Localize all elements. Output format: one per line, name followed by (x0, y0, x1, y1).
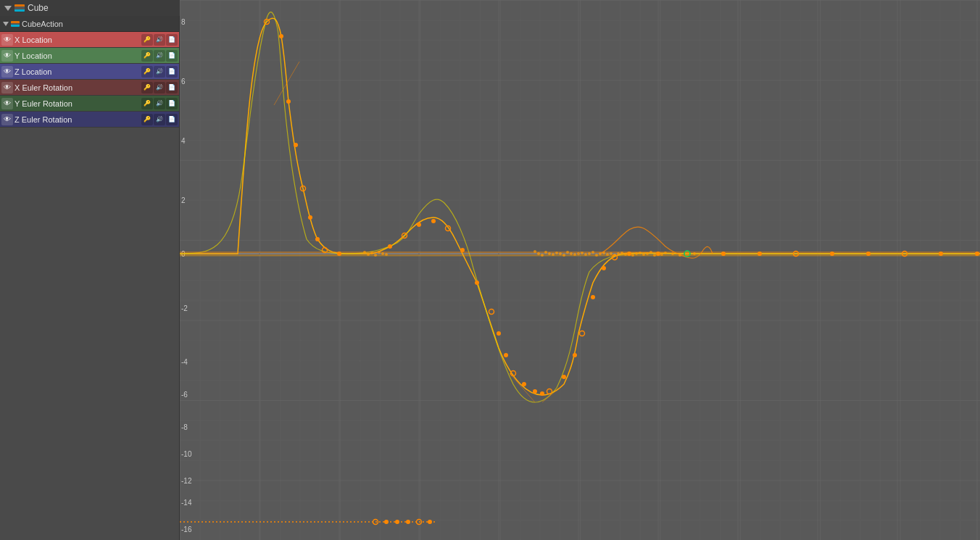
svg-point-81 (573, 253, 576, 256)
key-icon-z-loc[interactable]: 🔑 (141, 66, 153, 78)
svg-point-110 (693, 252, 696, 255)
mute-icon-z-euler[interactable]: 🔊 (154, 114, 165, 125)
key-icon-y-loc[interactable]: 🔑 (141, 50, 153, 62)
svg-point-85 (588, 252, 591, 255)
svg-point-74 (548, 252, 551, 255)
action-row[interactable]: CubeAction (0, 16, 179, 32)
svg-point-38 (573, 353, 577, 357)
svg-point-37 (562, 375, 566, 379)
eye-icon-y-loc[interactable]: 👁 (1, 50, 13, 62)
svg-point-19 (315, 237, 320, 241)
svg-point-101 (646, 252, 649, 255)
svg-point-66 (374, 254, 377, 257)
action-icon (11, 21, 20, 27)
mute-icon-y-euler[interactable]: 🔊 (154, 98, 165, 109)
svg-point-106 (664, 252, 667, 254)
object-icon (14, 4, 25, 12)
svg-point-100 (642, 253, 645, 256)
file-icon-y-loc[interactable]: 📄 (166, 50, 178, 62)
svg-point-46 (721, 252, 726, 256)
svg-point-86 (591, 251, 594, 254)
eye-icon-x-loc[interactable]: 👁 (1, 34, 13, 46)
file-icon-z-euler[interactable]: 📄 (166, 114, 178, 125)
sidebar: CubeAction 👁X Location🔑🔊📄👁Y Location🔑🔊📄👁… (0, 16, 180, 540)
svg-point-99 (639, 252, 641, 254)
svg-point-97 (631, 254, 634, 257)
title-text: Cube (28, 3, 49, 13)
svg-point-52 (939, 252, 943, 256)
svg-point-87 (595, 254, 598, 257)
svg-point-83 (581, 252, 584, 254)
file-icon-z-loc[interactable]: 📄 (166, 66, 178, 78)
mute-icon-z-loc[interactable]: 🔊 (154, 66, 165, 78)
svg-point-21 (337, 252, 341, 256)
channel-row-y-loc[interactable]: 👁Y Location🔑🔊📄 (0, 48, 179, 64)
svg-point-22 (388, 244, 392, 249)
mute-icon-x-loc[interactable]: 🔊 (154, 34, 165, 46)
svg-point-75 (552, 253, 555, 256)
channel-list: 👁X Location🔑🔊📄👁Y Location🔑🔊📄👁Z Location🔑… (0, 32, 179, 128)
svg-point-65 (370, 252, 373, 254)
channel-label-y-euler: Y Euler Rotation (14, 99, 140, 108)
eye-icon-y-euler[interactable]: 👁 (1, 98, 13, 109)
title-bar: Cube (0, 0, 180, 16)
svg-line-60 (274, 62, 299, 105)
svg-point-30 (497, 331, 501, 336)
svg-point-57 (406, 520, 410, 524)
key-icon-x-euler[interactable]: 🔑 (141, 82, 153, 94)
svg-point-98 (635, 252, 638, 255)
channel-row-z-euler[interactable]: 👁Z Euler Rotation🔑🔊📄 (0, 112, 179, 128)
key-icon-x-loc[interactable]: 🔑 (141, 34, 153, 46)
svg-point-70 (533, 250, 536, 253)
svg-point-40 (591, 295, 595, 299)
svg-point-105 (660, 253, 663, 256)
eye-icon-x-euler[interactable]: 👁 (1, 82, 13, 94)
mute-icon-y-loc[interactable]: 🔊 (154, 50, 165, 62)
channel-row-x-loc[interactable]: 👁X Location🔑🔊📄 (0, 32, 179, 48)
svg-point-28 (475, 281, 479, 285)
file-icon-y-euler[interactable]: 📄 (166, 98, 178, 109)
curve-svg (180, 0, 980, 540)
svg-point-82 (577, 252, 580, 255)
svg-point-33 (522, 382, 526, 386)
svg-point-39 (580, 331, 585, 336)
action-label: CubeAction (22, 20, 63, 28)
channel-label-y-loc: Y Location (14, 51, 140, 60)
svg-point-69 (385, 253, 388, 256)
key-icon-y-euler[interactable]: 🔑 (141, 98, 153, 109)
file-icon-x-loc[interactable]: 📄 (166, 34, 178, 46)
svg-point-18 (308, 215, 312, 220)
svg-point-107 (671, 252, 674, 255)
eye-icon-z-loc[interactable]: 👁 (1, 66, 13, 78)
svg-point-109 (686, 252, 689, 255)
svg-point-56 (395, 520, 399, 524)
svg-point-53 (975, 252, 979, 256)
svg-line-62 (542, 384, 564, 402)
mute-icon-x-euler[interactable]: 🔊 (154, 82, 165, 94)
svg-point-78 (562, 254, 565, 257)
svg-point-47 (757, 252, 762, 256)
channel-label-x-euler: X Euler Rotation (14, 83, 140, 92)
svg-point-55 (384, 520, 389, 524)
eye-icon-z-euler[interactable]: 👁 (1, 114, 13, 125)
svg-point-71 (537, 252, 540, 255)
graph-area[interactable]: 86420-2-4-6-8-10-12-14-16 (180, 0, 980, 540)
collapse-icon[interactable] (4, 6, 12, 11)
channel-row-x-euler[interactable]: 👁X Euler Rotation🔑🔊📄 (0, 80, 179, 96)
svg-point-14 (279, 34, 283, 38)
channel-row-z-loc[interactable]: 👁Z Location🔑🔊📄 (0, 64, 179, 80)
svg-point-35 (540, 391, 544, 396)
svg-point-16 (294, 143, 298, 147)
file-icon-x-euler[interactable]: 📄 (166, 82, 178, 94)
svg-point-96 (628, 252, 631, 255)
svg-point-29 (489, 310, 494, 315)
channel-row-y-euler[interactable]: 👁Y Euler Rotation🔑🔊📄 (0, 96, 179, 112)
svg-point-92 (613, 254, 616, 257)
svg-point-25 (431, 219, 436, 223)
svg-point-76 (555, 252, 558, 254)
action-collapse-icon (3, 22, 9, 26)
svg-point-34 (533, 389, 537, 394)
svg-point-94 (620, 252, 623, 254)
key-icon-z-euler[interactable]: 🔑 (141, 114, 153, 125)
svg-point-102 (649, 251, 652, 254)
